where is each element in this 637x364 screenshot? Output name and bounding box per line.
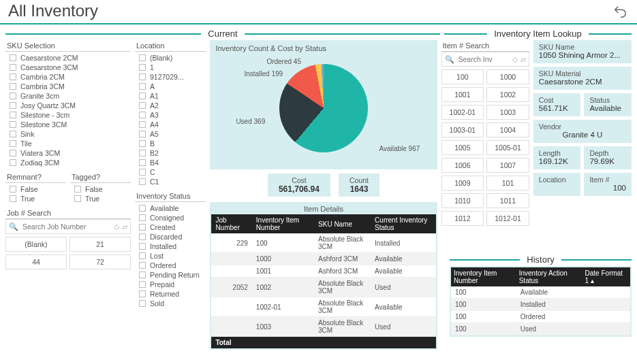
slicer-item-search[interactable]: Item # Search 🔍 ◇ ▱ 1001000100110021002-… xyxy=(441,40,529,226)
table-item-details[interactable]: Item Details Job NumberInventory Item Nu… xyxy=(210,202,437,350)
slicer-option[interactable]: Discarded xyxy=(135,232,206,242)
slicer-option[interactable]: Cambria 3CM xyxy=(5,82,131,91)
slicer-option[interactable]: C1 xyxy=(135,177,206,186)
slicer-option[interactable]: 9127029... xyxy=(135,72,206,82)
slicer-option[interactable]: Available xyxy=(135,203,206,213)
slicer-option[interactable]: Prepaid xyxy=(135,280,206,289)
slicer-option[interactable]: Cambria 2CM xyxy=(5,72,131,82)
slicer-option[interactable]: Viatera 3CM xyxy=(5,148,131,158)
filter-pill[interactable]: (Blank) xyxy=(5,237,67,252)
option-label: 1 xyxy=(150,63,154,71)
column-header[interactable]: Job Number xyxy=(211,214,251,233)
table-row[interactable]: 100Ordered xyxy=(451,311,630,323)
slicer-tagged[interactable]: Tagged? FalseTrue xyxy=(70,171,131,203)
table-row[interactable]: 1002-01Absolute Black 3CMAvailable xyxy=(211,297,435,317)
filter-pill[interactable]: 1012-01 xyxy=(486,211,529,226)
column-header[interactable]: Current Inventory Status xyxy=(371,214,435,233)
table-row[interactable]: 100Used xyxy=(451,323,630,335)
filter-pill[interactable]: 72 xyxy=(69,254,131,269)
slicer-option[interactable]: B2 xyxy=(135,148,206,158)
slicer-option[interactable]: Ordered xyxy=(135,261,206,270)
slicer-option[interactable]: Caesarstone 3CM xyxy=(5,63,131,72)
column-header[interactable]: Inventory Item Number xyxy=(451,267,516,286)
slicer-option[interactable]: Sink xyxy=(5,129,131,139)
slicer-option[interactable]: A5 xyxy=(135,129,206,139)
slicer-option[interactable]: True xyxy=(70,194,131,203)
slicer-option[interactable]: Silestone 3CM xyxy=(5,120,131,129)
eraser-icon[interactable]: ▱ xyxy=(521,55,526,64)
chart-inventory-count-cost[interactable]: Inventory Count & Cost by Status Ordered… xyxy=(210,40,437,169)
slicer-job-search[interactable]: Job # Search 🔍 ◇ ▱ (Blank)214472 xyxy=(5,208,131,269)
slicer-option[interactable]: Installed xyxy=(135,242,206,251)
filter-pill[interactable]: 1002 xyxy=(486,87,529,102)
filter-pill[interactable]: 1007 xyxy=(486,158,529,173)
slicer-option[interactable]: Zodiaq 3CM xyxy=(5,158,131,167)
slicer-option[interactable]: Returned xyxy=(135,289,206,299)
slicer-location[interactable]: Location (Blank)19127029...AA1A2A3A4A5BB… xyxy=(135,40,206,186)
filter-pill[interactable]: 1003-01 xyxy=(441,122,484,137)
slicer-option[interactable]: False xyxy=(5,184,66,194)
slicer-option[interactable]: A4 xyxy=(135,120,206,129)
table-row[interactable]: 229100Absolute Black 3CMInstalled xyxy=(211,233,435,253)
filter-pill[interactable]: 1000 xyxy=(486,69,529,84)
filter-pill[interactable]: 1004 xyxy=(486,122,529,137)
column-header[interactable]: SKU Name xyxy=(314,214,371,233)
slicer-option[interactable]: True xyxy=(5,194,66,203)
slicer-option[interactable]: False xyxy=(70,184,131,194)
slicer-option[interactable]: Silestone - 3cm xyxy=(5,110,131,120)
slicer-option[interactable]: Granite 3cm xyxy=(5,91,131,101)
slicer-option[interactable]: Consigned xyxy=(135,213,206,222)
filter-pill[interactable]: 44 xyxy=(5,254,67,269)
job-search-input[interactable] xyxy=(21,222,111,231)
filter-pill[interactable]: 1012 xyxy=(441,211,484,226)
slicer-option[interactable]: 1 xyxy=(135,63,206,72)
slicer-option[interactable]: Pending Return xyxy=(135,270,206,280)
filter-pill[interactable]: 1003 xyxy=(486,105,529,120)
slicer-sku-selection[interactable]: SKU Selection Caesarstone 2CMCaesarstone… xyxy=(5,40,131,167)
filter-pill[interactable]: 1011 xyxy=(486,193,529,208)
slicer-option[interactable]: A3 xyxy=(135,110,206,120)
eraser-icon[interactable]: ▱ xyxy=(122,222,127,231)
column-header[interactable]: Date Format 1 xyxy=(582,267,630,286)
filter-pill[interactable]: 1010 xyxy=(441,193,484,208)
filter-pill[interactable]: 1002-01 xyxy=(441,105,484,120)
slicer-option[interactable]: Sold xyxy=(135,299,206,308)
pin-icon[interactable]: ◇ xyxy=(512,55,518,64)
table-row[interactable]: 1003Absolute Black 3CMUsed xyxy=(211,317,435,337)
back-button[interactable] xyxy=(612,4,627,22)
slicer-option[interactable]: B4 xyxy=(135,158,206,167)
slicer-option[interactable]: C xyxy=(135,167,206,177)
table-history[interactable]: Inventory Item NumberInventory Action St… xyxy=(450,266,632,337)
slicer-option[interactable]: Caesarstone 2CM xyxy=(5,53,131,63)
filter-pill[interactable]: 1001 xyxy=(441,87,484,102)
filter-pill[interactable]: 1009 xyxy=(441,176,484,191)
filter-pill[interactable]: 1005-01 xyxy=(486,140,529,155)
pin-icon[interactable]: ◇ xyxy=(114,222,119,231)
slicer-inventory-status[interactable]: Inventory Status AvailableConsignedCreat… xyxy=(135,191,206,308)
option-label: Caesarstone 3CM xyxy=(20,63,78,71)
filter-pill[interactable]: 101 xyxy=(486,176,529,191)
slicer-option[interactable]: B xyxy=(135,139,206,148)
option-label: Caesarstone 2CM xyxy=(20,54,78,62)
filter-pill[interactable]: 100 xyxy=(441,69,484,84)
slicer-option[interactable]: A2 xyxy=(135,101,206,110)
slicer-option[interactable]: A xyxy=(135,82,206,91)
slicer-remnant[interactable]: Remnant? FalseTrue xyxy=(5,171,66,203)
slicer-option[interactable]: Tile xyxy=(5,139,131,148)
slicer-option[interactable]: Created xyxy=(135,222,206,232)
table-row[interactable]: 20521002Absolute Black 3CMUsed xyxy=(211,278,435,297)
item-search-input[interactable] xyxy=(457,54,510,64)
table-row[interactable]: 1000Ashford 3CMAvailable xyxy=(211,253,435,265)
table-row[interactable]: 1001Ashford 3CMAvailable xyxy=(211,265,435,278)
column-header[interactable]: Inventory Item Number xyxy=(252,214,314,233)
slicer-option[interactable]: Lost xyxy=(135,251,206,261)
column-header[interactable]: Inventory Action Status xyxy=(516,267,582,286)
slicer-option[interactable]: (Blank) xyxy=(135,53,206,63)
filter-pill[interactable]: 21 xyxy=(69,237,131,252)
table-row[interactable]: 100Installed xyxy=(451,299,630,311)
table-row[interactable]: 100Available xyxy=(451,286,630,299)
slicer-option[interactable]: Josy Quartz 3CM xyxy=(5,101,131,110)
filter-pill[interactable]: 1006 xyxy=(441,158,484,173)
slicer-option[interactable]: A1 xyxy=(135,91,206,101)
filter-pill[interactable]: 1005 xyxy=(441,140,484,155)
